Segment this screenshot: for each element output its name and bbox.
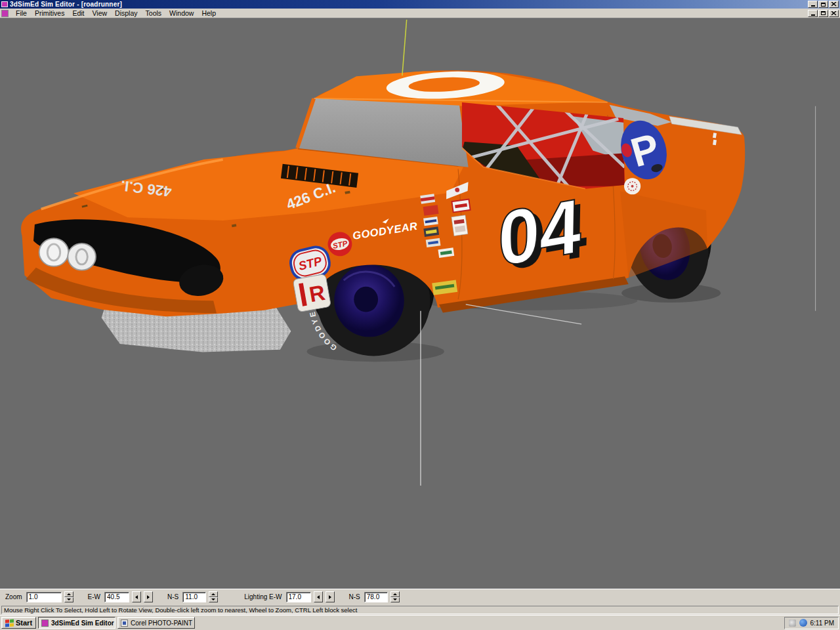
- status-text: Mouse Right Click To Select, Hold Left t…: [1, 606, 839, 614]
- lighting-ns-stepper[interactable]: [390, 591, 400, 602]
- close-button[interactable]: [829, 1, 839, 8]
- headlight-right: [68, 243, 96, 270]
- mdi-minimize-button[interactable]: [808, 10, 818, 17]
- antenna: [402, 20, 407, 75]
- document-icon[interactable]: [1, 10, 9, 17]
- mdi-close-button[interactable]: [829, 10, 839, 17]
- status-bar: Mouse Right Click To Select, Hold Left t…: [0, 604, 840, 615]
- lighting-ew-input[interactable]: [286, 592, 311, 602]
- window-title: 3dSimEd Sim Editor - [roadrunner]: [10, 1, 808, 8]
- windows-flag-icon: [5, 619, 14, 627]
- close-icon: [831, 2, 837, 7]
- title-bar: 3dSimEd Sim Editor - [roadrunner]: [0, 0, 840, 9]
- start-button[interactable]: Start: [1, 617, 36, 629]
- lighting-ns-label: N-S: [349, 593, 360, 600]
- ns-up-icon: [211, 593, 215, 595]
- taskbar-button-3dsimed[interactable]: 3dSimEd Sim Editor - ...: [38, 617, 116, 629]
- ns-stepper[interactable]: [209, 591, 218, 602]
- lighting-ns-input[interactable]: [364, 592, 388, 602]
- zoom-up-icon: [67, 593, 71, 595]
- app-icon[interactable]: [1, 1, 8, 7]
- view-toolbar: Zoom E-W N-S Lighting E-W N-S: [0, 589, 840, 604]
- lighting-ns-up-icon: [393, 593, 397, 595]
- ew-input[interactable]: [104, 592, 129, 602]
- right-arrow-icon: [147, 595, 150, 599]
- zoom-down-icon: [67, 598, 71, 600]
- ns-label: N-S: [167, 593, 178, 600]
- left-arrow-icon: [317, 595, 320, 599]
- ew-right-button[interactable]: [144, 591, 153, 602]
- ew-left-button[interactable]: [132, 591, 141, 602]
- round-sticker-rear: [624, 178, 640, 194]
- restore-icon: [821, 3, 826, 7]
- menu-tools[interactable]: Tools: [142, 9, 166, 18]
- minimize-button[interactable]: [808, 1, 818, 8]
- menu-file[interactable]: File: [12, 9, 31, 18]
- lighting-ew-label: Lighting E-W: [244, 593, 282, 600]
- car-number: 04 04: [490, 182, 594, 287]
- mdi-minimize-icon: [811, 14, 815, 16]
- tray-volume-icon[interactable]: [789, 620, 796, 627]
- menu-primitives[interactable]: Primitives: [31, 9, 69, 18]
- menu-display[interactable]: Display: [111, 9, 141, 18]
- minimize-icon: [811, 5, 815, 7]
- svg-text:04: 04: [490, 183, 588, 282]
- lighting-ew-right-button[interactable]: [326, 591, 335, 602]
- ns-down-icon: [211, 598, 215, 600]
- mdi-restore-icon: [821, 11, 826, 15]
- menu-window[interactable]: Window: [165, 9, 198, 18]
- menu-edit[interactable]: Edit: [68, 9, 88, 18]
- left-arrow-icon: [135, 595, 138, 599]
- system-tray: 6:11 PM: [784, 617, 839, 629]
- windows-taskbar: Start 3dSimEd Sim Editor - ... Corel PHO…: [0, 615, 840, 630]
- 3dsimed-task-icon: [41, 620, 49, 627]
- menu-view[interactable]: View: [89, 9, 112, 18]
- zoom-label: Zoom: [5, 593, 22, 600]
- car-model-render: GOODYEAR GOODYEAR: [0, 18, 840, 589]
- 3d-viewport[interactable]: GOODYEAR GOODYEAR: [0, 18, 840, 589]
- start-label: Start: [16, 619, 32, 627]
- menu-help[interactable]: Help: [198, 9, 220, 18]
- ew-label: E-W: [88, 593, 100, 600]
- restore-button[interactable]: [818, 1, 828, 8]
- taskbar-button-label: Corel PHOTO-PAINT 12 - ...: [131, 620, 195, 627]
- mdi-close-icon: [831, 11, 837, 16]
- taskbar-button-corel[interactable]: Corel PHOTO-PAINT 12 - ...: [117, 617, 195, 629]
- lighting-ew-left-button[interactable]: [314, 591, 323, 602]
- mdi-restore-button[interactable]: [818, 10, 828, 17]
- right-arrow-icon: [329, 595, 331, 599]
- tray-clock: 6:11 PM: [810, 620, 835, 627]
- menu-bar: File Primitives Edit View Display Tools …: [0, 9, 840, 18]
- headlight-left: [39, 238, 69, 266]
- lighting-ns-down-icon: [393, 598, 397, 600]
- corel-task-icon: [121, 620, 128, 627]
- r-badge-sticker: R: [293, 274, 331, 312]
- zoom-stepper[interactable]: [64, 591, 74, 602]
- 3dsimed-window: 3dSimEd Sim Editor - [roadrunner] File P…: [0, 0, 840, 630]
- ns-input[interactable]: [182, 592, 206, 602]
- tray-app-icon[interactable]: [799, 619, 807, 627]
- zoom-input[interactable]: [26, 592, 62, 602]
- taskbar-button-label: 3dSimEd Sim Editor - ...: [51, 620, 116, 627]
